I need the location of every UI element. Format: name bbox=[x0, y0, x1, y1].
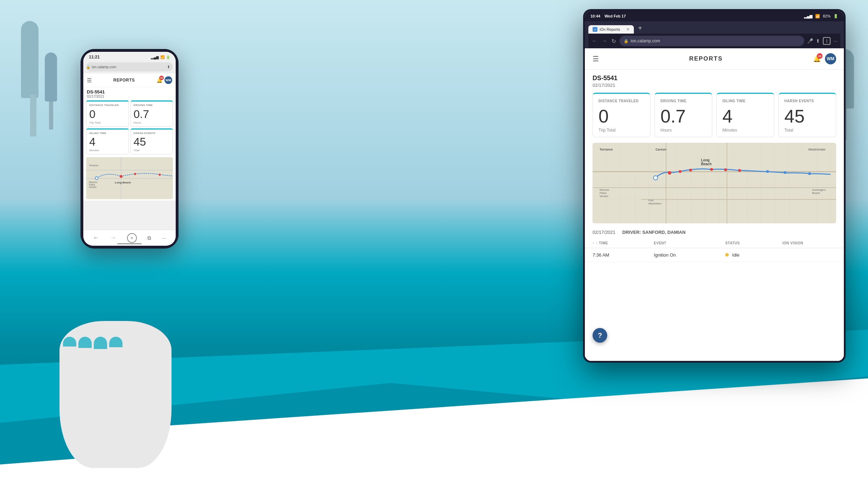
tablet-notification-badge: 39 bbox=[817, 53, 822, 59]
tablet-driver-section: 02/17/2021 DRIVER: SANFORD, DAMIAN bbox=[585, 223, 844, 237]
map-label-fort: FortMacArthur bbox=[649, 199, 662, 205]
tablet-hamburger-icon[interactable]: ☰ bbox=[593, 55, 599, 63]
phone-hamburger-icon[interactable]: ☰ bbox=[87, 77, 92, 84]
tablet-driver-name: DRIVER: SANFORD, DAMIAN bbox=[622, 230, 686, 235]
tablet-date: Wed Feb 17 bbox=[604, 14, 626, 18]
phone-nav-forward[interactable]: → bbox=[110, 234, 116, 242]
tablet-device-date: 02/17/2021 bbox=[593, 83, 836, 88]
phone-nav-back[interactable]: ← bbox=[93, 234, 99, 242]
phone-stat-harsh-value: 45 bbox=[134, 136, 170, 148]
map-label-carson: Carson bbox=[656, 148, 666, 151]
phone-user-avatar[interactable]: WM bbox=[164, 76, 172, 84]
tablet-stat-distance-label: DISTANCE TRAVELED bbox=[598, 99, 644, 104]
svg-point-11 bbox=[766, 170, 769, 173]
tablet-user-avatar[interactable]: WM bbox=[825, 53, 836, 64]
phone-stat-distance-label: DISTANCE TRAVELED bbox=[89, 104, 126, 107]
hand bbox=[52, 265, 178, 468]
phone-stat-harsh: HARSH EVENTS 45 Total bbox=[131, 128, 173, 155]
tablet-stat-distance-value: 0 bbox=[598, 106, 644, 126]
phone-nav-add[interactable]: + bbox=[127, 233, 137, 243]
svg-point-5 bbox=[668, 171, 671, 175]
tablet-share-icon[interactable]: ⬆ bbox=[816, 38, 820, 44]
signal-icon: ▂▄▆ bbox=[151, 55, 159, 59]
phone-stat-idling-value: 4 bbox=[89, 136, 126, 148]
phone-stat-distance: DISTANCE TRAVELED 0 Trip Total bbox=[86, 100, 129, 127]
tablet-stat-idling: IDLING TIME 4 Minutes bbox=[716, 93, 774, 137]
tablet-nav-forward-btn[interactable]: → bbox=[601, 38, 608, 44]
tablet-lock-icon: 🔒 bbox=[624, 39, 629, 43]
phone-stat-harsh-sub: Total bbox=[134, 149, 170, 152]
table-cell-time: 7:36 AM bbox=[585, 248, 646, 262]
svg-point-6 bbox=[679, 170, 681, 173]
tablet-wifi-icon: 📶 bbox=[815, 14, 820, 19]
phone-map-label-rancho: RanchoPalosVerdes bbox=[89, 181, 97, 188]
svg-point-3 bbox=[159, 174, 161, 176]
tablet-help-btn[interactable]: ? bbox=[593, 328, 607, 343]
tablet-stat-driving-value: 0.7 bbox=[660, 106, 706, 126]
tablet-battery-pct: 82% bbox=[823, 14, 831, 18]
phone-device-date: 02/17/2021 bbox=[87, 95, 172, 98]
phone-map: Torrance Long Beach RanchoPalosVerdes bbox=[86, 157, 173, 199]
tablet-active-tab[interactable]: i iOn Reports ✕ bbox=[588, 25, 634, 34]
tablet-add-tab-btn[interactable]: + bbox=[635, 23, 645, 33]
tablet-header-icons: 🔔 39 WM bbox=[813, 53, 836, 64]
tablet-stat-harsh-sub: Total bbox=[784, 128, 830, 133]
phone-device-id: DS-5541 bbox=[87, 89, 172, 95]
phone-stat-distance-value: 0 bbox=[89, 108, 126, 120]
status-dot bbox=[725, 253, 729, 257]
phone-nav-tabs[interactable]: ⧉ bbox=[147, 235, 151, 241]
svg-point-9 bbox=[724, 168, 727, 171]
phone-map-route bbox=[86, 157, 173, 199]
tree-left bbox=[14, 21, 38, 137]
tablet-stat-distance: DISTANCE TRAVELED 0 Trip Total bbox=[593, 93, 650, 137]
tablet-nav-reload-btn[interactable]: ↻ bbox=[611, 38, 617, 44]
map-label-rancho: RanchoPalosVerdes bbox=[600, 188, 609, 198]
table-col-event: EVENT bbox=[646, 238, 718, 248]
tablet-stat-driving-label: DRIVING TIME bbox=[660, 99, 706, 104]
phone-stat-idling: IDLING TIME 4 Minutes bbox=[86, 128, 129, 155]
tablet-screen: 10:44 Wed Feb 17 ▂▄▆ 📶 82% 🔋 i iOn Repor… bbox=[585, 11, 844, 361]
sort-icon: ↑ bbox=[593, 241, 595, 245]
tablet-stat-idling-sub: Minutes bbox=[722, 128, 768, 133]
tablet-map: Torrance Carson LongBeach RanchoPalosVer… bbox=[593, 143, 836, 223]
tab-close-icon[interactable]: ✕ bbox=[626, 27, 630, 32]
phone-stat-harsh-label: HARSH EVENTS bbox=[134, 132, 170, 135]
plant-small-left bbox=[42, 53, 57, 130]
tablet-nav-back-btn[interactable]: ← bbox=[591, 38, 598, 44]
tablet-map-route-svg bbox=[593, 143, 836, 223]
phone-url-bar[interactable]: 🔒 ion.calamp.com ⬆ bbox=[86, 62, 173, 71]
phone-url-text: ion.calamp.com bbox=[92, 65, 116, 69]
tablet-tabs-count[interactable]: 1 bbox=[823, 37, 831, 45]
map-label-longbeach: LongBeach bbox=[701, 158, 712, 166]
table-row: 7:36 AM Ignition On Idle bbox=[585, 248, 844, 262]
svg-point-4 bbox=[653, 176, 658, 180]
tablet-more-icon[interactable]: ··· bbox=[833, 38, 838, 44]
tablet-status-right: ▂▄▆ 📶 82% 🔋 bbox=[804, 14, 838, 19]
phone-home-indicator bbox=[117, 243, 142, 244]
phone-device: 11:21 ▂▄▆ 📶 🔋 🔒 ion.calamp.com ⬆ ☰ REPOR… bbox=[80, 49, 178, 249]
tablet-events-table: ↑↑ TIME EVENT STATUS ION VISION 7:36 AM … bbox=[585, 238, 844, 262]
phone-nav-more[interactable]: ··· bbox=[162, 235, 166, 241]
tab-title: iOn Reports bbox=[600, 27, 624, 32]
phone-stat-driving: DRIVING TIME 0.7 Hours bbox=[131, 100, 173, 127]
tablet-app-title: REPORTS bbox=[599, 55, 813, 62]
phone-stat-idling-sub: Minutes bbox=[89, 149, 126, 152]
phone-device-info: DS-5541 02/17/2021 bbox=[83, 87, 176, 99]
tablet-url-bar[interactable]: 🔒 ion.calamp.com bbox=[620, 36, 804, 46]
svg-point-8 bbox=[710, 168, 713, 171]
svg-point-7 bbox=[689, 169, 692, 172]
tablet-tabs-row: i iOn Reports ✕ + bbox=[588, 23, 840, 34]
tablet-time: 10:44 bbox=[590, 14, 600, 18]
table-col-time: ↑↑ TIME bbox=[585, 238, 646, 248]
tablet-stat-driving: DRIVING TIME 0.7 Hours bbox=[654, 93, 712, 137]
table-col-status: STATUS bbox=[718, 238, 775, 248]
tablet-browser-chrome: i iOn Reports ✕ + ← → ↻ 🔒 ion.calamp.com… bbox=[585, 21, 844, 48]
svg-point-0 bbox=[95, 177, 98, 180]
svg-point-12 bbox=[784, 171, 786, 174]
tablet-stat-harsh: HARSH EVENTS 45 Total bbox=[778, 93, 836, 137]
table-cell-ion-vision bbox=[775, 248, 844, 262]
phone-bell-container: 🔔 23 bbox=[156, 77, 162, 83]
tablet-stats-grid: DISTANCE TRAVELED 0 Trip Total DRIVING T… bbox=[585, 90, 844, 143]
tablet-mic-icon[interactable]: 🎤 bbox=[807, 38, 813, 44]
phone-stat-driving-value: 0.7 bbox=[134, 108, 170, 120]
